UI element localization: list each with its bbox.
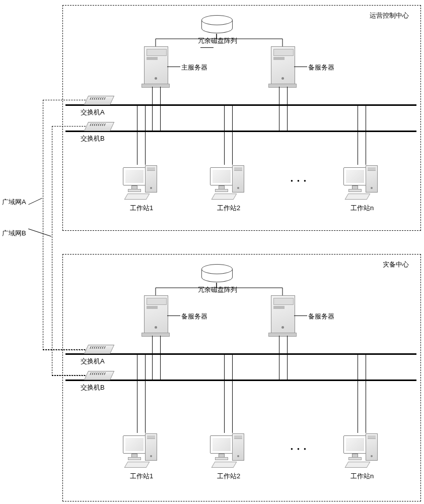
- dr-ws1-label: 工作站1: [130, 472, 153, 481]
- bus-drop: [279, 87, 279, 132]
- wan-a-label: 广域网A: [2, 198, 26, 207]
- wan-b-link: [52, 126, 86, 376]
- bus-drop: [145, 104, 146, 165]
- bus-drop: [137, 353, 137, 433]
- dr-switch-b-label: 交换机B: [81, 383, 105, 392]
- dr-server1-label: 备服务器: [181, 312, 207, 321]
- bus-drop: [160, 87, 161, 132]
- dr-wsn-label: 工作站n: [350, 472, 374, 481]
- occ-ws2-label: 工作站2: [217, 204, 240, 213]
- server-icon: [144, 295, 167, 336]
- bus-drop: [224, 104, 225, 165]
- bus-drop: [160, 336, 161, 381]
- dr-ws2-label: 工作站2: [217, 472, 240, 481]
- bus-drop: [152, 87, 153, 132]
- server-icon: [271, 295, 294, 336]
- dr-raid-label: 冗余磁盘阵列: [198, 285, 237, 294]
- bus-drop: [152, 336, 153, 381]
- switch-icon: [86, 371, 111, 382]
- workstation-icon: [210, 167, 248, 208]
- workstation-icon: [210, 435, 248, 476]
- occ-backup-server-label: 备服务器: [308, 63, 334, 72]
- bus-drop: [137, 104, 137, 165]
- server-lead: [167, 316, 180, 316]
- occ-main-server-label: 主服务器: [181, 63, 207, 72]
- occ-wsn-label: 工作站n: [350, 204, 374, 213]
- bus-line: [65, 104, 416, 106]
- bus-drop: [358, 104, 358, 165]
- bus-drop: [232, 353, 233, 433]
- switch-icon: [86, 345, 111, 356]
- bus-line: [65, 353, 416, 355]
- bus-drop: [366, 104, 366, 165]
- bus-line: [65, 131, 416, 132]
- bus-drop: [287, 87, 288, 132]
- bus-drop: [224, 353, 225, 433]
- ellipsis-icon: ● ● ●: [291, 447, 308, 451]
- wan-b-label: 广域网B: [2, 229, 26, 238]
- server-lead: [167, 67, 180, 67]
- server-icon: [271, 46, 294, 87]
- wan-b-bottom: [52, 375, 85, 375]
- server-icon: [144, 46, 167, 87]
- bus-drop: [366, 353, 366, 433]
- workstation-icon: [123, 435, 161, 476]
- bus-drop: [287, 336, 288, 381]
- bus-drop: [279, 336, 279, 381]
- workstation-icon: [343, 435, 382, 476]
- dr-server2-label: 备服务器: [308, 312, 334, 321]
- bus-drop: [145, 353, 146, 433]
- server-lead: [294, 316, 307, 316]
- server-lead: [294, 67, 307, 67]
- ellipsis-icon: ● ● ●: [291, 178, 308, 183]
- workstation-icon: [343, 167, 382, 208]
- dr-title: 灾备中心: [383, 260, 409, 269]
- workstation-icon: [123, 167, 161, 208]
- occ-ws1-label: 工作站1: [130, 204, 153, 213]
- switch-icon: [86, 96, 111, 107]
- switch-icon: [86, 122, 111, 133]
- bus-line: [65, 380, 416, 381]
- bus-drop: [358, 353, 358, 433]
- bus-drop: [232, 104, 233, 165]
